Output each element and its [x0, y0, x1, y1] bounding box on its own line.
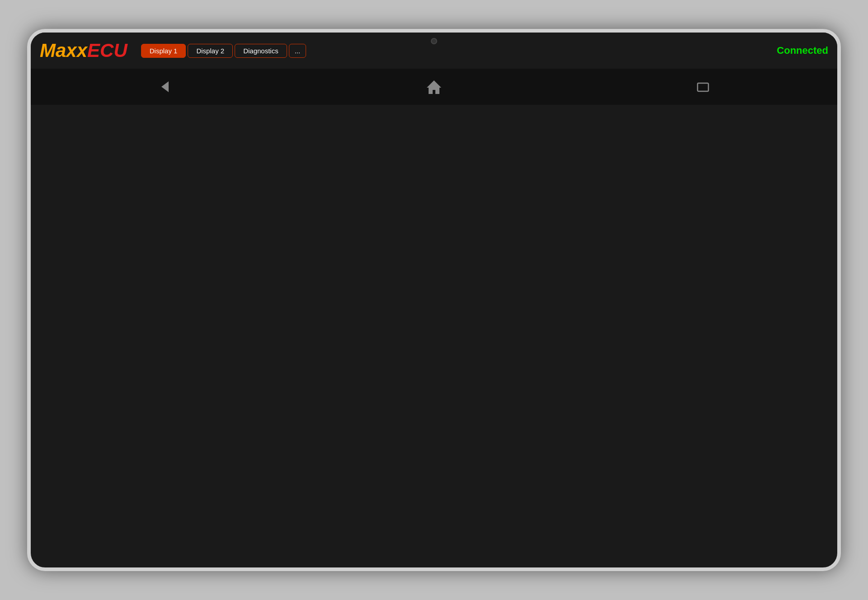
logo-maxx: Maxx — [40, 40, 87, 61]
nav-bar — [31, 69, 837, 105]
svg-marker-36 — [161, 81, 169, 92]
tab-diagnostics[interactable]: Diagnostics — [235, 44, 287, 58]
app-logo: MaxxECU — [40, 40, 127, 61]
tablet-device: MaxxECU Display 1 Display 2 Diagnostics … — [27, 29, 841, 571]
tab-display1[interactable]: Display 1 — [141, 44, 186, 58]
home-icon — [425, 78, 443, 96]
svg-rect-38 — [698, 83, 708, 91]
tab-bar: Display 1 Display 2 Diagnostics ... — [141, 44, 777, 58]
svg-marker-37 — [427, 80, 441, 94]
nav-home-button[interactable] — [423, 75, 445, 98]
camera — [431, 38, 437, 44]
recent-icon — [694, 78, 712, 96]
connection-status: Connected — [777, 45, 828, 56]
tab-more[interactable]: ... — [289, 44, 307, 58]
nav-back-button[interactable] — [154, 75, 176, 98]
tab-display2[interactable]: Display 2 — [188, 44, 233, 58]
back-icon — [156, 78, 174, 96]
logo-ecu: ECU — [87, 40, 127, 61]
nav-recent-button[interactable] — [692, 75, 714, 98]
